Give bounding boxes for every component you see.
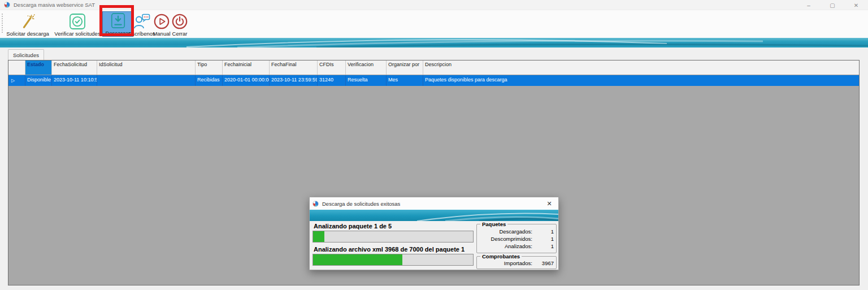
dialog-content: Analizando paquete 1 de 5 Analizando arc… [310, 221, 558, 270]
progress1-bar [313, 231, 474, 243]
button-label: Cerrar [172, 31, 188, 37]
button-label: Manual [153, 31, 170, 37]
wave-banner [0, 38, 868, 47]
descargados-value: 1 [532, 228, 554, 235]
verificar-solicitudes-button[interactable]: Verificar solicitudes [53, 11, 102, 37]
tab-label: Solicitudes [13, 52, 39, 58]
progress2-label: Analizando archivo xml 3968 de 7000 del … [314, 246, 465, 253]
toolbar: Solicitar descarga Verificar solicitudes… [0, 10, 868, 38]
list-item: Analizados: 1 [479, 243, 554, 250]
toolbar-grip [2, 14, 3, 34]
progress2-fill [313, 254, 402, 265]
button-label: Solicitar descarga [6, 31, 49, 37]
paquetes-groupbox: Paquetes Descargados: 1 Descomprimidos: … [476, 224, 557, 253]
window-controls: – ▢ ✕ [797, 0, 868, 10]
check-circle-icon [68, 12, 86, 31]
cell-fechasolicitud: 2023-10-11 10:10:59 [52, 75, 97, 86]
play-circle-icon [153, 12, 170, 31]
button-label: Descargar [106, 30, 131, 36]
maximize-button[interactable]: ▢ [821, 0, 844, 10]
dialog-titlebar: Descarga de solicitudes exitosas ✕ [310, 197, 558, 210]
descomprimidos-value: 1 [532, 236, 554, 242]
column-header-fechafinal[interactable]: FechaFinal [270, 60, 318, 75]
solicitar-descarga-button[interactable]: Solicitar descarga [3, 11, 52, 37]
dialog-wave-banner [310, 210, 558, 221]
dialog-close-button[interactable]: ✕ [545, 199, 554, 208]
comprobantes-groupbox: Comprobantes Importados: 3967 [476, 256, 557, 269]
download-icon [110, 12, 127, 30]
magic-wand-icon [19, 12, 36, 31]
column-header-cfdis[interactable]: CFDIs [318, 60, 346, 75]
cell-descripcion: Paquetes disponibles para descarga [423, 75, 859, 86]
column-header-verificacion[interactable]: Verificacion [346, 60, 387, 75]
app-icon [4, 2, 10, 8]
descargados-label: Descargados: [499, 228, 532, 235]
column-header-idsolicitud[interactable]: IdSolicitud [97, 60, 196, 75]
titlebar: Descarga masiva webservice SAT – ▢ ✕ [0, 0, 868, 10]
column-header-fechasolicitud[interactable]: FechaSolicitud [52, 60, 97, 75]
progress1-fill [313, 231, 324, 242]
paquetes-groupbox-title: Paquetes [480, 221, 507, 227]
analizados-value: 1 [532, 243, 554, 249]
descomprimidos-label: Descomprimidos: [491, 236, 532, 242]
button-label: Verificar solicitudes [54, 31, 100, 37]
tab-solicitudes[interactable]: Solicitudes [8, 49, 44, 60]
row-selector-arrow-icon: ▷ [10, 78, 15, 83]
importados-label: Importados: [504, 260, 532, 266]
column-header-organizar-por[interactable]: Organizar por [387, 60, 423, 75]
close-button[interactable]: ✕ [844, 0, 868, 10]
column-header-estado[interactable]: Estado [25, 60, 52, 75]
column-header-selector[interactable] [8, 60, 25, 75]
comprobantes-groupbox-title: Comprobantes [480, 253, 522, 259]
list-item: Importados: 3967 [479, 259, 554, 267]
cell-cfdis: 31240 [318, 75, 346, 86]
progress2-bar [313, 254, 474, 266]
column-header-tipo[interactable]: Tipo [196, 60, 223, 75]
cerrar-button[interactable]: Cerrar [171, 11, 189, 37]
cell-idsolicitud [97, 75, 196, 86]
power-icon [171, 12, 188, 31]
column-header-descripcion[interactable]: Descripcion [423, 60, 859, 75]
window-title: Descarga masiva webservice SAT [14, 2, 95, 8]
cell-estado: Disponible [25, 75, 52, 86]
list-item: Descargados: 1 [479, 228, 554, 235]
analizados-label: Analizados: [505, 243, 532, 249]
app-icon [313, 201, 319, 207]
cell-fechafinal: 2023-10-11 23:59:59 [270, 75, 318, 86]
row-selector-cell: ▷ [8, 75, 25, 86]
cell-tipo: Recibidas [196, 75, 223, 86]
list-item: Descomprimidos: 1 [479, 235, 554, 243]
descarga-dialog: Descarga de solicitudes exitosas ✕ Anali… [309, 197, 559, 270]
table-row[interactable]: ▷ Disponible 2023-10-11 10:10:59 Recibid… [8, 75, 859, 86]
person-chat-icon [133, 12, 151, 31]
manual-button[interactable]: Manual [153, 11, 171, 37]
progress1-label: Analizando paquete 1 de 5 [314, 223, 392, 230]
cell-fechainicial: 2020-01-01 00:00:00 [223, 75, 270, 86]
minimize-button[interactable]: – [797, 0, 821, 10]
dialog-title: Descarga de solicitudes exitosas [322, 201, 400, 207]
column-header-fechainicial[interactable]: FechaInicial [223, 60, 270, 75]
button-label: Escríbenos [128, 31, 155, 37]
importados-value: 3967 [532, 260, 554, 266]
cell-verificacion: Resuelta [346, 75, 387, 86]
escribenos-button[interactable]: Escríbenos [129, 11, 155, 37]
grid-header-row: Estado FechaSolicitud IdSolicitud Tipo F… [8, 60, 859, 75]
cell-organizar-por: Mes [387, 75, 423, 86]
